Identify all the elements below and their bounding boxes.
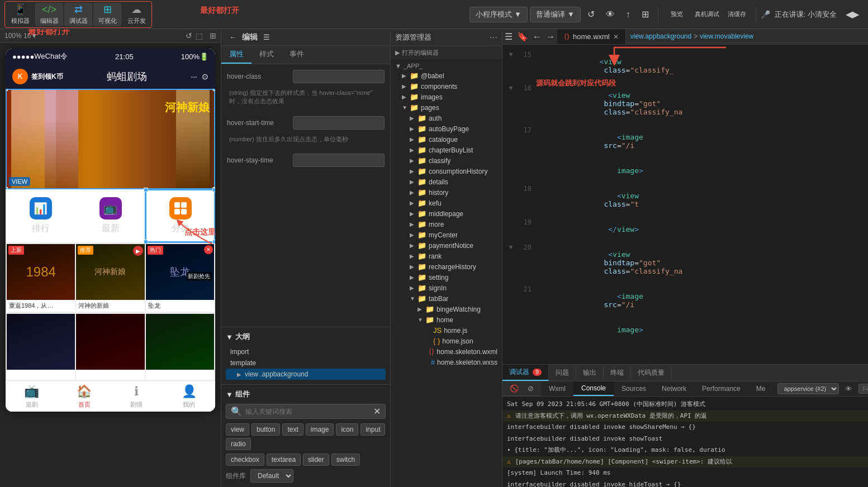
code-back-btn[interactable]: ← [530,30,544,44]
hover-class-input[interactable] [293,70,385,83]
chip-input[interactable]: input [361,423,385,436]
console-tab-me[interactable]: Me [748,382,774,395]
debug-tab-problem[interactable]: 问题 [549,365,576,380]
console-tab-sources[interactable]: Sources [614,382,654,395]
fold-16[interactable]: ▼ [507,83,515,94]
tree-details[interactable]: ▶ 📁 details [391,176,502,187]
comp-search-clear-icon[interactable]: ✕ [373,406,381,417]
mode-selector[interactable]: 小程序模式 ▼ [469,7,528,22]
editor-btn[interactable]: </> 编辑器 [35,3,63,26]
tree-pages[interactable]: ▼ 📁 pages [391,102,502,113]
tree-bingewatching[interactable]: ▶ 📁 bingeWatching [391,304,502,314]
console-tab-wxml[interactable]: Wxml [541,382,573,395]
cat-tab-new[interactable]: 📺 最新 [75,189,145,242]
search-circle-icon[interactable]: ⊙ [202,72,208,81]
tree-home-js[interactable]: JS home.js [391,325,502,336]
tree-mycenter[interactable]: ▶ 📁 myCenter [391,230,502,240]
screenshot-btn[interactable]: ⬚ [196,31,203,40]
tree-catalogue[interactable]: ▶ 📁 catalogue [391,134,502,145]
breadcrumb-item-2[interactable]: view.movableview [700,32,753,40]
opened-editors-section[interactable]: ▶ 打开的编辑器 [391,46,502,59]
chip-checkbox[interactable]: checkbox [226,453,264,466]
card-2[interactable]: 河神新娘 推荐 ▶ 河神的新娘 [76,244,144,312]
tree-rechargehist[interactable]: ▶ 📁 rechargeHistory [391,261,502,272]
tree-chapterbuylist[interactable]: ▶ 📁 chapterBuyList [391,145,502,155]
chip-switch[interactable]: switch [331,453,360,466]
comp-search-input[interactable] [245,408,370,416]
tree-signin[interactable]: ▶ 📁 signIn [391,283,502,293]
nav-mine[interactable]: 👤 我的 [163,381,215,412]
user-menu-btn[interactable]: ◀▶ [841,7,864,22]
nav-home[interactable]: 🏠 首页 [58,381,111,412]
console-tab-performance[interactable]: Performance [694,382,748,395]
debug-tab-terminal[interactable]: 终端 [604,365,631,380]
debugger-btn[interactable]: ⇄ 调试器 [64,3,92,26]
hover-stay-input[interactable] [293,154,385,167]
console-stop-btn[interactable]: ⊘ [525,383,537,394]
tree-kefu[interactable]: ▶ 📁 kefu [391,198,502,208]
filter-input[interactable] [858,384,868,394]
console-eye-btn[interactable]: 👁 [842,384,855,394]
comp-lib-select[interactable]: Default [250,469,293,483]
tree-home-skeleton-wxml[interactable]: ⟨⟩ home.skeleton.wxml [391,346,502,357]
chip-radio[interactable]: radio [226,438,251,450]
card-4[interactable] [7,314,75,380]
tree-home-skeleton-wxss[interactable]: # home.skeleton.wxss [391,357,502,367]
tree-babel[interactable]: ▶ 📁 @babel [391,70,502,81]
tree-history[interactable]: ▶ 📁 history [391,187,502,198]
tree-more[interactable]: ▶ 📁 more [391,219,502,230]
eye-btn[interactable]: 👁 [601,7,619,22]
refresh-btn[interactable]: ↺ [583,7,599,22]
rotate-btn[interactable]: ↺ [186,31,192,40]
cat-tab-rank[interactable]: 📊 排行 [6,189,75,242]
debug-tab-output[interactable]: 输出 [576,365,604,380]
upload-btn[interactable]: ↑ [622,7,635,22]
visual-btn[interactable]: ⊞ 可视化 [93,3,121,26]
chip-slider[interactable]: slider [303,453,329,466]
appservice-select[interactable]: appservice (#2) [777,383,839,394]
code-forward-btn[interactable]: → [544,30,557,44]
outline-view-appbackground[interactable]: ▶ view .appbackground [226,369,386,380]
compile-selector[interactable]: 普通编译 ▼ [530,7,581,22]
sidebar-toggle-btn[interactable]: ☰ [502,29,515,44]
tab-style[interactable]: 样式 [252,46,282,64]
layers-btn[interactable]: ⊞ [637,7,653,22]
chip-icon[interactable]: icon [336,423,358,436]
tree-components[interactable]: ▶ 📁 components [391,81,502,92]
nav-follow[interactable]: 📺 追剧 [6,381,58,412]
nav-plot[interactable]: ℹ 剧情 [111,381,163,412]
menu-dots-icon[interactable]: ··· [191,72,197,81]
chip-button[interactable]: button [252,423,280,436]
tree-home[interactable]: ▼ 📁 home [391,314,502,325]
console-clear-btn[interactable]: 🚫 [507,383,521,394]
fold-15[interactable]: ▼ [507,49,515,60]
tree-middlepage[interactable]: ▶ 📁 middlepage [391,208,502,219]
preview-btn[interactable]: 预览 [663,3,691,26]
code-tab-close-btn[interactable]: ✕ [613,33,619,41]
console-tab-console[interactable]: Console [573,381,614,396]
chip-textarea[interactable]: textarea [267,453,301,466]
tab-event[interactable]: 事件 [282,46,312,64]
breadcrumb-item-1[interactable]: view.appbackground [630,32,691,40]
fold-20[interactable]: ▼ [507,242,515,253]
cloud-btn[interactable]: ☁ 云开发 [122,3,150,26]
editor-back-btn[interactable]: ← [226,31,240,43]
tree-paynotice[interactable]: ▶ 📁 paymentNotice [391,240,502,251]
card-3[interactable]: 坠龙 热门 新剧抢先 ✕ 坠龙 [146,244,214,312]
tree-home-json[interactable]: { } home.json [391,336,502,346]
card-1[interactable]: 1984 上新 重返1984，从… [7,244,75,312]
outline-template[interactable]: template [226,357,386,369]
clear-cache-btn[interactable]: 清缓存 [723,3,751,26]
tree-images[interactable]: ▶ 📁 images [391,92,502,102]
tree-auth[interactable]: ▶ 📁 auth [391,113,502,123]
editor-menu-btn[interactable]: ☰ [260,31,273,43]
tree-classify[interactable]: ▶ 📁 classify [391,155,502,166]
tree-autobiuy[interactable]: ▶ 📁 autoBuyPage [391,123,502,134]
bookmark-btn[interactable]: 🔖 [515,29,530,44]
outline-import[interactable]: import [226,346,386,357]
console-tab-network[interactable]: Network [654,382,694,395]
code-tab-home-wxml[interactable]: ⟨⟩ home.wxml ✕ [557,29,626,44]
card-5[interactable] [76,314,144,380]
tree-setting[interactable]: ▶ 📁 setting [391,272,502,283]
more-tools-btn[interactable]: ⊞ [210,31,216,40]
